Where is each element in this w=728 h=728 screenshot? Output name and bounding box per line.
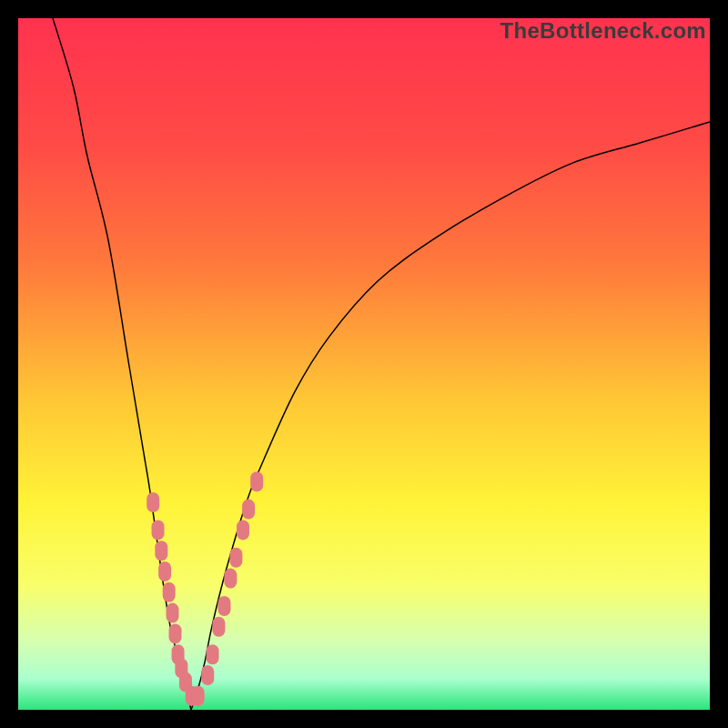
data-marker xyxy=(242,500,255,520)
data-marker xyxy=(152,520,165,540)
data-marker xyxy=(155,541,167,561)
data-marker xyxy=(201,665,214,685)
data-marker xyxy=(147,492,159,512)
data-marker xyxy=(163,582,176,602)
data-marker xyxy=(224,569,237,589)
curve-right xyxy=(191,122,710,710)
data-marker xyxy=(229,548,242,568)
data-marker xyxy=(158,561,171,581)
data-marker xyxy=(250,471,263,491)
marker-group xyxy=(147,471,263,706)
data-marker xyxy=(169,623,182,643)
bottleneck-curve-chart xyxy=(18,18,710,710)
data-marker xyxy=(207,644,219,664)
data-marker xyxy=(212,617,225,637)
data-marker xyxy=(166,603,178,623)
data-marker xyxy=(217,596,230,616)
data-marker xyxy=(192,686,205,706)
plot-area: TheBottleneck.com xyxy=(18,18,710,710)
data-marker xyxy=(237,520,249,540)
